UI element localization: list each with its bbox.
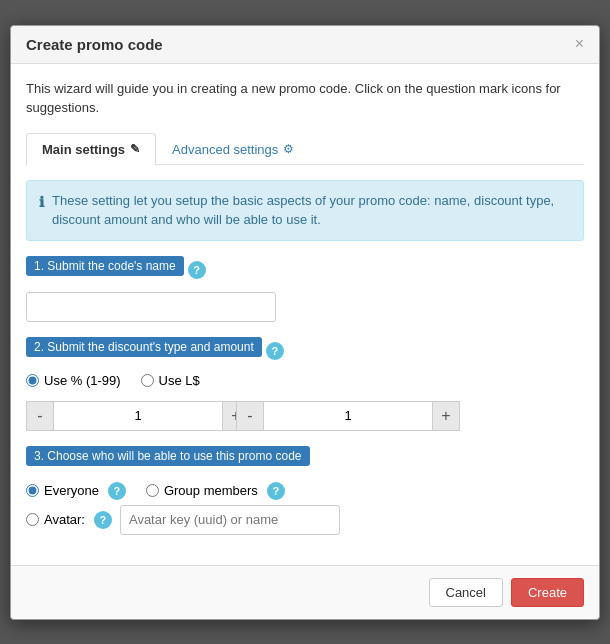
close-button[interactable]: × <box>575 36 584 52</box>
section-discount: 2. Submit the discount's type and amount… <box>26 337 584 431</box>
main-tab-label: Main settings <box>42 142 125 157</box>
spinner-percent-group: - + <box>26 396 156 431</box>
option-percent-label: Use % (1-99) <box>44 373 121 388</box>
section2-label: 2. Submit the discount's type and amount <box>26 337 262 357</box>
section1-help-icon[interactable]: ? <box>188 261 206 279</box>
spinner-ls-group: - + <box>236 396 366 431</box>
avatar-row: Avatar: ? <box>26 505 584 535</box>
section1-label: 1. Submit the code's name <box>26 256 184 276</box>
spinner-ls: - + <box>236 401 366 431</box>
option-ls[interactable]: Use L$ <box>141 373 200 388</box>
gear-icon: ⚙ <box>283 142 294 156</box>
advanced-tab-label: Advanced settings <box>172 142 278 157</box>
avatar-help-icon[interactable]: ? <box>94 511 112 529</box>
intro-text: This wizard will guide you in creating a… <box>26 79 584 118</box>
radio-ls[interactable] <box>141 374 154 387</box>
section1-header: 1. Submit the code's name ? <box>26 256 584 284</box>
pencil-icon: ✎ <box>130 142 140 156</box>
group-help-icon[interactable]: ? <box>267 482 285 500</box>
option-everyone-label: Everyone <box>44 483 99 498</box>
modal-header: Create promo code × <box>11 26 599 64</box>
tab-advanced[interactable]: Advanced settings ⚙ <box>156 133 310 165</box>
who-top-row: Everyone ? Group members ? <box>26 482 584 500</box>
spinner-percent-input[interactable] <box>54 401 222 431</box>
spinner-percent: - + <box>26 401 156 431</box>
modal-title: Create promo code <box>26 36 163 53</box>
everyone-help-icon[interactable]: ? <box>108 482 126 500</box>
tab-main[interactable]: Main settings ✎ <box>26 133 156 165</box>
spinner-ls-input[interactable] <box>264 401 432 431</box>
tab-bar: Main settings ✎ Advanced settings ⚙ <box>26 133 584 165</box>
radio-group[interactable] <box>146 484 159 497</box>
discount-type-group: Use % (1-99) Use L$ <box>26 373 584 388</box>
info-text: These setting let you setup the basic as… <box>52 191 571 230</box>
section-code-name: 1. Submit the code's name ? <box>26 256 584 322</box>
option-percent[interactable]: Use % (1-99) <box>26 373 121 388</box>
section-who: 3. Choose who will be able to use this p… <box>26 446 584 535</box>
spinner-ls-plus[interactable]: + <box>432 401 460 431</box>
radio-avatar[interactable] <box>26 513 39 526</box>
section3-label: 3. Choose who will be able to use this p… <box>26 446 310 466</box>
section2-help-icon[interactable]: ? <box>266 342 284 360</box>
option-group[interactable]: Group members ? <box>146 482 285 500</box>
option-avatar[interactable]: Avatar: ? <box>26 511 112 529</box>
option-avatar-label: Avatar: <box>44 512 85 527</box>
avatar-key-input[interactable] <box>120 505 340 535</box>
modal-dialog: Create promo code × This wizard will gui… <box>10 25 600 620</box>
option-everyone[interactable]: Everyone ? <box>26 482 126 500</box>
create-button[interactable]: Create <box>511 578 584 607</box>
info-icon: ℹ <box>39 192 44 213</box>
option-group-label: Group members <box>164 483 258 498</box>
spinner-percent-minus[interactable]: - <box>26 401 54 431</box>
radio-everyone[interactable] <box>26 484 39 497</box>
spinner-ls-minus[interactable]: - <box>236 401 264 431</box>
section2-header: 2. Submit the discount's type and amount… <box>26 337 584 365</box>
code-name-input[interactable] <box>26 292 276 322</box>
modal-footer: Cancel Create <box>11 565 599 619</box>
cancel-button[interactable]: Cancel <box>429 578 503 607</box>
option-ls-label: Use L$ <box>159 373 200 388</box>
spinners-row: - + - + <box>26 396 584 431</box>
info-box: ℹ These setting let you setup the basic … <box>26 180 584 241</box>
radio-percent[interactable] <box>26 374 39 387</box>
modal-body: This wizard will guide you in creating a… <box>11 64 599 565</box>
section3-header: 3. Choose who will be able to use this p… <box>26 446 584 474</box>
